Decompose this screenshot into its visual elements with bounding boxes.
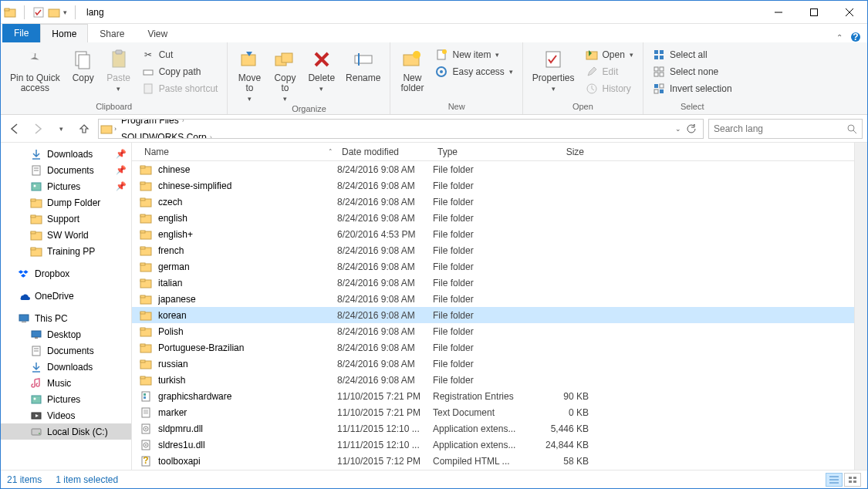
file-row[interactable]: sldpmru.dll11/11/2015 12:10 ...Applicati… bbox=[132, 420, 854, 437]
file-row[interactable]: chinese8/24/2016 9:08 AMFile folder bbox=[132, 161, 854, 177]
invert-selection-button[interactable]: Invert selection bbox=[650, 81, 735, 96]
share-tab[interactable]: Share bbox=[88, 24, 136, 42]
minimize-ribbon-icon[interactable]: ⌃ bbox=[836, 33, 843, 42]
forward-button[interactable] bbox=[29, 120, 47, 138]
file-row[interactable]: korean8/24/2016 9:08 AMFile folder bbox=[132, 307, 854, 323]
paste-button[interactable]: Paste ▾ bbox=[102, 46, 136, 94]
column-type[interactable]: Type bbox=[433, 147, 525, 157]
view-tab[interactable]: View bbox=[136, 24, 179, 42]
scrollbar[interactable] bbox=[854, 143, 867, 470]
nav-item[interactable]: This PC bbox=[1, 310, 131, 326]
file-row[interactable]: czech8/24/2016 9:08 AMFile folder bbox=[132, 194, 854, 210]
file-row[interactable]: english+6/20/2016 4:53 PMFile folder bbox=[132, 226, 854, 242]
easy-access-icon bbox=[435, 66, 448, 78]
recent-locations-button[interactable]: ▾ bbox=[52, 120, 70, 138]
new-folder-button[interactable]: New folder bbox=[395, 46, 429, 95]
up-button[interactable] bbox=[75, 120, 93, 138]
search-input[interactable] bbox=[714, 123, 846, 134]
large-icons-view-button[interactable] bbox=[844, 473, 861, 487]
cut-button[interactable]: ✂Cut bbox=[139, 47, 221, 62]
close-button[interactable] bbox=[832, 1, 867, 24]
file-row[interactable]: Polish8/24/2016 9:08 AMFile folder bbox=[132, 323, 854, 339]
address-bar[interactable]: › This PC›Local Disk (C:)›Program Files›… bbox=[98, 119, 704, 139]
breadcrumb[interactable]: Program Files› bbox=[118, 119, 217, 129]
nav-item[interactable]: Support bbox=[1, 211, 131, 227]
file-tab[interactable]: File bbox=[2, 24, 40, 42]
home-tab[interactable]: Home bbox=[40, 24, 88, 42]
nav-item[interactable]: Desktop bbox=[1, 326, 131, 342]
file-row[interactable]: italian8/24/2016 9:08 AMFile folder bbox=[132, 275, 854, 291]
file-row[interactable]: marker11/10/2015 7:21 PMText Document0 K… bbox=[132, 404, 854, 420]
file-row[interactable]: russian8/24/2016 9:08 AMFile folder bbox=[132, 356, 854, 372]
refresh-button[interactable] bbox=[686, 123, 697, 134]
file-row[interactable]: sldres1u.dll11/11/2015 12:10 ...Applicat… bbox=[132, 437, 854, 453]
ribbon-tabs: File Home Share View ⌃ ? bbox=[1, 24, 867, 42]
select-none-button[interactable]: Select none bbox=[650, 64, 735, 79]
details-view-button[interactable] bbox=[826, 473, 843, 487]
breadcrumb[interactable]: SOLIDWORKS Corp› bbox=[118, 129, 217, 139]
nav-item-label: Training PP bbox=[47, 246, 95, 257]
svg-rect-49 bbox=[32, 183, 41, 191]
file-row[interactable]: french8/24/2016 9:08 AMFile folder bbox=[132, 242, 854, 258]
svg-rect-121 bbox=[853, 481, 856, 483]
file-row[interactable]: english8/24/2016 9:08 AMFile folder bbox=[132, 210, 854, 226]
file-row[interactable]: graphicshardware11/10/2015 7:21 PMRegist… bbox=[132, 388, 854, 404]
file-row[interactable]: turkish8/24/2016 9:08 AMFile folder bbox=[132, 372, 854, 388]
nav-item[interactable]: Documents bbox=[1, 342, 131, 359]
column-name[interactable]: Name˄ bbox=[140, 147, 337, 157]
easy-access-button[interactable]: Easy access ▾ bbox=[432, 64, 515, 79]
copy-to-button[interactable]: Copy to▾ bbox=[268, 46, 302, 104]
history-button[interactable]: History bbox=[583, 81, 637, 96]
file-row[interactable]: chinese-simplified8/24/2016 9:08 AMFile … bbox=[132, 177, 854, 194]
nav-item[interactable]: Videos bbox=[1, 407, 131, 423]
nav-item[interactable]: Pictures📌 bbox=[1, 178, 131, 194]
file-row[interactable]: ?toolboxapi11/10/2015 7:12 PMCompiled HT… bbox=[132, 453, 854, 469]
qat-newfolder-icon[interactable] bbox=[48, 6, 60, 19]
nav-item[interactable]: SW World bbox=[1, 227, 131, 243]
file-row[interactable]: Portuguese-Brazilian8/24/2016 9:08 AMFil… bbox=[132, 339, 854, 356]
edit-button[interactable]: Edit bbox=[583, 64, 637, 79]
address-root-chevron-icon[interactable]: › bbox=[114, 125, 117, 133]
nav-item[interactable]: Dropbox bbox=[1, 265, 131, 282]
open-button[interactable]: Open ▾ bbox=[583, 47, 637, 62]
delete-button[interactable]: Delete▾ bbox=[303, 46, 339, 94]
properties-button[interactable]: Properties▾ bbox=[528, 46, 579, 94]
select-all-button[interactable]: Select all bbox=[650, 47, 735, 62]
nav-item[interactable]: Documents📌 bbox=[1, 162, 131, 178]
nav-item[interactable]: Dump Folder bbox=[1, 194, 131, 211]
file-row[interactable]: german8/24/2016 9:08 AMFile folder bbox=[132, 258, 854, 275]
column-date[interactable]: Date modified bbox=[337, 147, 433, 157]
new-item-button[interactable]: New item ▾ bbox=[432, 47, 515, 62]
move-to-button[interactable]: Move to▾ bbox=[232, 46, 266, 104]
nav-item[interactable]: OneDrive bbox=[1, 288, 131, 304]
column-size[interactable]: Size bbox=[525, 147, 589, 157]
folder-icon bbox=[4, 6, 16, 19]
nav-item[interactable]: Pictures bbox=[1, 391, 131, 407]
help-icon[interactable]: ? bbox=[850, 32, 861, 42]
copy-button[interactable]: Copy bbox=[66, 46, 100, 85]
folder-icon bbox=[140, 374, 152, 386]
back-button[interactable] bbox=[5, 120, 24, 138]
chevron-right-icon[interactable]: › bbox=[208, 133, 214, 139]
file-list[interactable]: chinese8/24/2016 9:08 AMFile folderchine… bbox=[132, 161, 854, 470]
file-row[interactable]: japanese8/24/2016 9:08 AMFile folder bbox=[132, 291, 854, 307]
nav-item[interactable]: Training PP bbox=[1, 243, 131, 259]
file-date: 8/24/2016 9:08 AM bbox=[337, 197, 433, 207]
address-dropdown-icon[interactable]: ⌄ bbox=[675, 125, 681, 133]
navigation-pane[interactable]: Downloads📌Documents📌Pictures📌Dump Folder… bbox=[1, 143, 132, 470]
minimize-button[interactable] bbox=[761, 1, 796, 24]
copy-path-button[interactable]: Copy path bbox=[139, 64, 221, 79]
nav-item[interactable]: Downloads bbox=[1, 359, 131, 375]
svg-rect-31 bbox=[660, 50, 664, 54]
nav-item[interactable]: Local Disk (C:) bbox=[1, 423, 131, 440]
qat-customize-icon[interactable]: ▾ bbox=[63, 8, 67, 16]
paste-shortcut-button[interactable]: Paste shortcut bbox=[139, 81, 221, 96]
chevron-right-icon[interactable]: › bbox=[181, 119, 186, 124]
pin-to-quick-access-button[interactable]: Pin to Quick access bbox=[5, 46, 65, 95]
search-box[interactable] bbox=[708, 119, 863, 139]
maximize-button[interactable] bbox=[796, 1, 832, 24]
nav-item[interactable]: Downloads📌 bbox=[1, 146, 131, 162]
rename-button[interactable]: Rename bbox=[341, 46, 385, 85]
nav-item[interactable]: Music bbox=[1, 375, 131, 391]
qat-properties-icon[interactable] bbox=[32, 6, 45, 19]
